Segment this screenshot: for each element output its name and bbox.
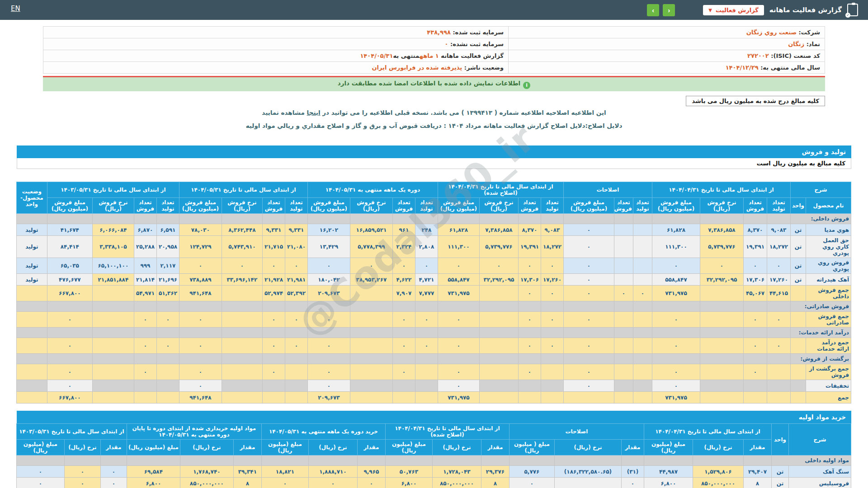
info-cell: سال مالی منتهی به: ۱۴۰۴/۱۲/۲۹: [509, 62, 825, 74]
amendment-reason-line: دلایل اصلاح:دلایل اصلاح گزارش فعالیت ماه…: [0, 122, 868, 129]
info-row: سال مالی منتهی به: ۱۴۰۴/۱۲/۲۹وضعیت ناشر:…: [43, 62, 825, 74]
info-row: کد صنعت (ISIC): ۲۷۲۰۰۲گزارش فعالیت ماهان…: [43, 50, 825, 62]
col-group: از ابتدای سال مالی تا تاریخ ۱۴۰۳/۰۵/۳۱: [47, 182, 179, 198]
signature-match-banner: iاطلاعات نمایش داده شده با اطلاعات امضا …: [43, 76, 825, 91]
production-sales-section: تولید و فروش کلیه مبالغ به میلیون ریال ا…: [0, 145, 868, 404]
table-row: هوي مدياتن۹,۰۸۳۸,۳۷۰۷,۳۸۶,۸۵۸۶۱,۸۲۸۰۹,۰۸…: [16, 224, 851, 236]
english-language-link[interactable]: EN: [11, 5, 20, 13]
table-row: جمع درآمد ارائه خدمات۰۰۰۰۰۰۰۰۰۰۰۰۰۰۰۰: [16, 338, 851, 354]
previous-report-button[interactable]: ‹: [663, 4, 675, 16]
table-row: فروسیلیستن۸۸۵۰,۰۰۰,۰۰۰۶,۸۰۰۰۰۸۸۵۰,۰۰۰,۰۰…: [16, 478, 851, 488]
col-desc: شرح: [790, 182, 851, 198]
info-cell: کد صنعت (ISIC): ۲۷۲۰۰۲: [509, 50, 825, 62]
section-row: مواد اولیه داخلی: [16, 455, 851, 466]
page-title: گزارش فعالیت ماهانه: [769, 6, 842, 14]
company-info-table: شرکت: صنعت روي زنگانسرمایه ثبت شده: ۴۳۸,…: [43, 26, 825, 74]
info-cell: گزارش فعالیت ماهانه ۱ ماههمنتهی به۱۴۰۴/۰…: [43, 50, 509, 62]
section-row: درآمد ارائه خدمات:: [16, 328, 851, 338]
production-section-header: تولید و فروش: [17, 145, 851, 158]
production-unit-note: کلیه مبالغ به میلیون ریال است: [17, 158, 851, 169]
amendment-note-pre: این اطلاعیه اصلاحیه اطلاعیه شماره ( ۱۳۹۹…: [322, 109, 606, 116]
banner-text: اطلاعات نمایش داده شده با اطلاعات امضا ش…: [338, 80, 521, 87]
section-row: فروش داخلی:: [16, 214, 851, 224]
info-row: شرکت: صنعت روي زنگانسرمایه ثبت شده: ۴۳۸,…: [43, 27, 825, 38]
table-row: جمع برگشت از فروش۰۰۰۰۰۰۰۰۰۰۰: [16, 364, 851, 380]
info-cell: وضعیت ناشر: پذیرفته شده در فرابورس ایران: [43, 62, 509, 74]
production-sales-table: شرحاز ابتدای سال مالی تا تاریخ ۱۴۰۴/۰۴/۳…: [16, 182, 851, 404]
col-group: اصلاحات: [563, 182, 652, 198]
amendment-note-post: مشاهده نمایید: [262, 109, 305, 116]
col-group: مواد اولیه خریداری شده از ابتدای دوره تا…: [127, 424, 261, 440]
col-group: از ابتدای سال مالی تا تاریخ ۱۴۰۴/۰۴/۳۱: [652, 182, 790, 198]
report-type-dropdown[interactable]: گزارش فعالیت ▼: [703, 5, 764, 15]
section-row: برگشت از فروش:: [16, 354, 851, 364]
table-row: آهک هیدراتهتن۱۷,۲۶۰۱۷,۳۰۶۳۲,۲۹۲,۰۹۵۵۵۸,۸…: [16, 274, 851, 286]
chevron-down-icon: ▼: [708, 8, 712, 13]
col-group: از ابتدای سال مالی تا تاریخ ۱۴۰۴/۰۴/۳۱ (…: [385, 424, 509, 440]
col-group: خرید دوره یک ماهه منتهی به ۱۴۰۴/۰۵/۳۱: [261, 424, 385, 440]
info-icon: i: [523, 82, 530, 89]
clipboard-report-icon: [847, 4, 858, 16]
col-group: از ابتدای سال مالی تا تاریخ ۱۴۰۳/۰۵/۳۱: [16, 424, 127, 440]
top-bar: گزارش فعالیت ماهانه گزارش فعالیت ▼ ‹ › E…: [0, 0, 868, 20]
table-row: تخفیفات۰۰۰۰۰۰: [16, 380, 851, 392]
amendment-note-line: این اطلاعیه اصلاحیه اطلاعیه شماره ( ۱۳۹۹…: [0, 109, 868, 116]
info-cell: سرمایه ثبت نشده: ۰: [43, 38, 509, 50]
report-nav-buttons: ‹ ›: [647, 4, 675, 16]
previous-version-link[interactable]: اینجا: [307, 109, 321, 116]
unit-note-box: کلیه مبالغ درج شده به میلیون ریال می باش…: [686, 96, 825, 106]
info-cell: سرمایه ثبت شده: ۴۳۸,۹۹۸: [43, 27, 509, 38]
info-row: نماد: زنگانسرمایه ثبت نشده: ۰: [43, 38, 825, 50]
col-group: اصلاحات: [509, 424, 644, 440]
materials-section-header: خرید مواد اولیه: [17, 411, 851, 423]
info-cell: شرکت: صنعت روي زنگان: [509, 27, 825, 38]
col-group: از ابتدای سال مالی تا تاریخ ۱۴۰۴/۰۴/۳۱ (…: [438, 182, 563, 198]
next-report-button[interactable]: ›: [647, 4, 659, 16]
table-row: جمع۷۳۱,۹۷۵۷۳۱,۹۷۵۲۰۹,۶۷۳۹۴۱,۶۴۸۶۶۷,۸۰۰: [16, 392, 851, 404]
info-cell: نماد: زنگان: [509, 38, 825, 50]
table-row: جمع فروش صادراتی۰۰۰۰۰۰۰۰۰۰۰۰۰۰۰۰: [16, 312, 851, 328]
col-group: دوره یک ماهه منتهی به ۱۴۰۴/۰۵/۳۱: [307, 182, 438, 198]
table-row: حق العمل کاري روي پودريتن۱۸,۲۷۲۱۹,۳۹۱۵,۷…: [16, 236, 851, 258]
raw-materials-table: شرحواحداز ابتدای سال مالی تا تاریخ ۱۴۰۴/…: [16, 423, 851, 488]
table-row: جمع فروش داخلی۴۴,۶۱۵۴۵,۰۶۷۷۳۱,۹۷۵۰۰۰۰۰۷۳…: [16, 286, 851, 301]
table-row: سنگ آهکتن۲۹,۴۰۷۱,۵۲۹,۸۰۶۴۴,۹۸۷(۳۱)(۱۸۶,۳…: [16, 466, 851, 478]
report-type-dropdown-label: گزارش فعالیت: [716, 7, 759, 14]
raw-materials-section: خرید مواد اولیه شرحواحداز ابتدای سال مال…: [0, 411, 868, 488]
section-row: فروش صادراتی:: [16, 301, 851, 312]
table-row: فروش روي پودريتن۰۰۰۰۰۰۰۰۰۰۰۰۰۰۰۰۰۲,۱۱۷۹۹…: [16, 258, 851, 274]
topbar-right-cluster: گزارش فعالیت ماهانه گزارش فعالیت ▼ ‹ ›: [647, 4, 858, 16]
col-group: از ابتدای سال مالی تا تاریخ ۱۴۰۴/۰۵/۳۱: [179, 182, 307, 198]
col-group: از ابتدای سال مالی تا تاریخ ۱۴۰۴/۰۴/۳۱: [644, 424, 771, 440]
